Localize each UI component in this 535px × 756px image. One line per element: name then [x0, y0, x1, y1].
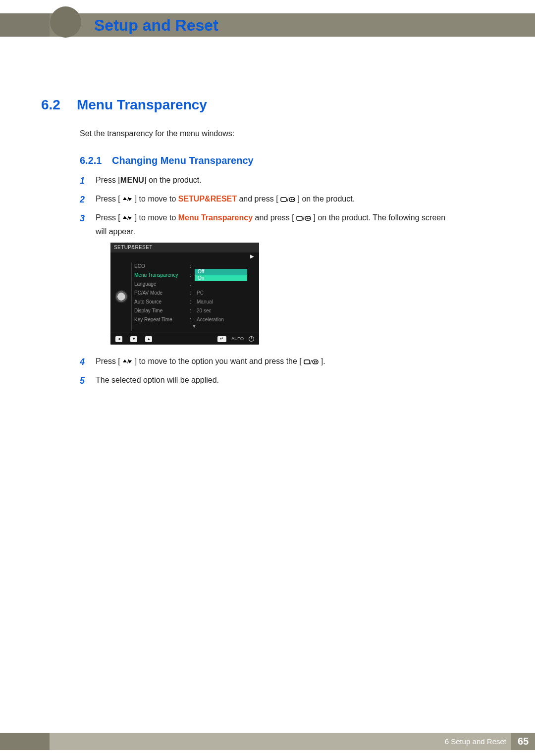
footer-auto-label: AUTO [231, 336, 244, 343]
step-number: 2 [80, 193, 87, 207]
source-enter-icon: / [296, 213, 311, 226]
osd-select-popup: Off On [195, 269, 247, 281]
svg-rect-3 [281, 198, 286, 202]
subsection-title: Changing Menu Transparency [112, 155, 254, 166]
osd-footer: ◂ ▾ ▴ ↵ AUTO [110, 333, 259, 345]
osd-row-autosource: Auto Source : Manual [134, 297, 254, 306]
footer-block-mid: 6 Setup and Reset [50, 733, 511, 750]
osd-body: ECO : Menu Transparency : Off On [110, 260, 259, 333]
svg-text:/: / [303, 215, 305, 222]
osd-value: PC [194, 289, 204, 297]
osd-separator [131, 262, 132, 331]
step-text: The selected option will be applied. [96, 374, 456, 387]
step-2: 2 Press [ / ] to move to SETUP&RESET and… [80, 193, 456, 207]
footer-chapter: 6 Setup and Reset [445, 737, 506, 746]
svg-marker-16 [123, 359, 127, 362]
osd-row-keyrepeat: Key Repeat Time : Acceleration [134, 315, 254, 324]
step-number: 5 [80, 374, 87, 388]
svg-point-22 [316, 361, 317, 362]
chapter-circle-icon [50, 6, 81, 38]
svg-text:/: / [127, 215, 129, 221]
footer-down-icon: ▾ [130, 336, 137, 342]
footer-left-icon: ◂ [115, 336, 122, 342]
page-title: Setup and Reset [94, 16, 218, 35]
section-title: Menu Transparency [77, 97, 207, 113]
osd-panel: SETUP&RESET ▶ ECO : Menu Transparency : [110, 243, 259, 345]
header-band-left [0, 13, 50, 37]
svg-point-6 [293, 199, 294, 200]
up-down-arrows-icon: / [122, 194, 132, 206]
source-enter-icon: / [280, 195, 295, 207]
chevron-down-icon: ▼ [134, 324, 254, 330]
osd-value: Acceleration [194, 316, 224, 324]
svg-text:/: / [127, 359, 129, 364]
osd-row-displaytime: Display Time : 20 sec [134, 306, 254, 315]
power-icon [249, 336, 254, 342]
footer-enter-icon: ↵ [217, 336, 226, 342]
step-text: Press [ / ] to move to SETUP&RESET and p… [96, 193, 456, 207]
step-3: 3 Press [ / ] to move to Menu Transparen… [80, 212, 456, 351]
svg-text:/: / [127, 197, 129, 202]
steps-list: 1 Press [MENU] on the product. 2 Press [… [80, 174, 456, 393]
svg-rect-19 [304, 360, 310, 364]
gear-icon [115, 290, 128, 303]
source-enter-icon: / [304, 357, 319, 369]
step-4: 4 Press [ / ] to move to the option you … [80, 355, 456, 369]
osd-label: Display Time [134, 307, 190, 315]
subsection-heading: 6.2.1 Changing Menu Transparency [80, 155, 254, 166]
osd-value: 20 sec [194, 307, 211, 315]
osd-figure: SETUP&RESET ▶ ECO : Menu Transparency : [110, 243, 456, 345]
osd-value: Manual [194, 298, 213, 306]
osd-label: Menu Transparency [134, 271, 190, 279]
footer-block-left [0, 733, 50, 750]
osd-option-off: Off [195, 269, 247, 275]
osd-label: Auto Source [134, 298, 190, 306]
svg-text:/: / [287, 197, 289, 203]
svg-marker-0 [123, 197, 127, 200]
step-number: 4 [80, 355, 87, 369]
osd-label: Key Repeat Time [134, 316, 190, 324]
section-heading: 6.2 Menu Transparency [41, 97, 207, 113]
page-number: 65 [511, 733, 535, 750]
step-5: 5 The selected option will be applied. [80, 374, 456, 388]
step-number: 1 [80, 174, 87, 188]
dest-menu-transparency: Menu Transparency [178, 213, 253, 222]
section-intro: Set the transparency for the menu window… [80, 129, 234, 138]
osd-row-pcav: PC/AV Mode : PC [134, 288, 254, 297]
osd-label: ECO [134, 262, 190, 270]
svg-point-14 [309, 218, 310, 219]
menu-button-label: MENU [120, 176, 144, 184]
svg-rect-11 [297, 216, 302, 220]
osd-row-menu-transparency: Menu Transparency : Off On [134, 270, 254, 279]
osd-title: SETUP&RESET [110, 243, 259, 252]
up-down-arrows-icon: / [122, 212, 132, 225]
section-number: 6.2 [41, 97, 60, 113]
osd-option-on: On [195, 275, 247, 281]
osd-arrow-right: ▶ [110, 252, 259, 260]
svg-marker-8 [123, 216, 127, 219]
osd-label: PC/AV Mode [134, 289, 190, 297]
step-text: Press [MENU] on the product. [96, 174, 456, 187]
step-text: Press [ / ] to move to the option you wa… [96, 355, 456, 369]
page-footer: 6 Setup and Reset 65 [0, 733, 535, 750]
osd-label: Language [134, 280, 190, 288]
svg-text:/: / [310, 359, 312, 365]
footer-up-icon: ▴ [145, 336, 152, 342]
dest-setup-reset: SETUP&RESET [178, 195, 237, 203]
step-text: Press [ / ] to move to Menu Transparency… [96, 212, 456, 351]
subsection-number: 6.2.1 [80, 155, 102, 166]
step-number: 3 [80, 212, 87, 226]
up-down-arrows-icon: / [122, 356, 132, 368]
step-1: 1 Press [MENU] on the product. [80, 174, 456, 188]
